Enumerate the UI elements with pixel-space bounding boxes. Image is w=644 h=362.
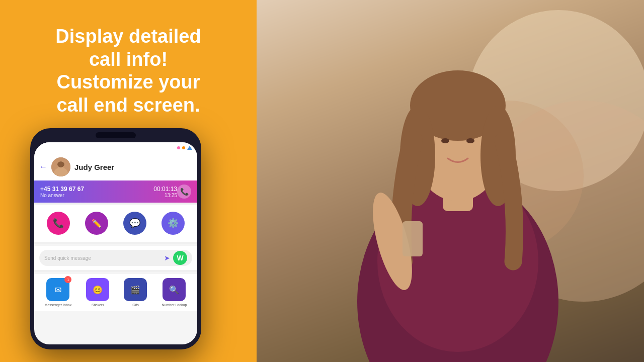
app-item-messenger[interactable]: ✉ 1 Messenger Inbox bbox=[45, 278, 72, 307]
call-status: No answer bbox=[40, 193, 64, 198]
gifs-icon: 🎬 bbox=[130, 285, 140, 295]
lookup-icon-box: 🔍 bbox=[163, 278, 186, 301]
call-icon: 📞 bbox=[53, 218, 64, 229]
headline-line2: call info! bbox=[89, 49, 168, 70]
woman-svg bbox=[257, 0, 644, 362]
back-button[interactable]: ← bbox=[39, 162, 47, 171]
contact-name: Judy Greer bbox=[74, 163, 114, 171]
messenger-badge: 1 bbox=[64, 276, 71, 283]
messenger-icon: ✉ bbox=[55, 285, 61, 295]
phone-outer-frame: ← Judy Greer +45 31 39 67 67 00:01 bbox=[30, 128, 201, 349]
headline-area: Display detailed call info! Customize yo… bbox=[28, 25, 229, 117]
message-icon: 💬 bbox=[129, 218, 140, 229]
stickers-icon-box: 😊 bbox=[86, 278, 109, 301]
app-item-gifs[interactable]: 🎬 Gifs bbox=[124, 278, 147, 307]
quick-message-input-area[interactable]: Send quick message ➤ W bbox=[39, 250, 192, 266]
quick-message-placeholder: Send quick message bbox=[44, 255, 161, 261]
headline-line3: Customize your bbox=[56, 71, 200, 93]
status-dot-pink bbox=[177, 146, 180, 149]
call-duration: 00:01:13 bbox=[153, 186, 177, 193]
lookup-label: Number Lookup bbox=[162, 303, 187, 307]
svg-rect-13 bbox=[403, 221, 423, 256]
messenger-icon-box: ✉ 1 bbox=[46, 278, 69, 301]
settings-icon: ⚙️ bbox=[168, 218, 179, 229]
call-status-row: No answer 13:25 bbox=[40, 193, 177, 198]
call-time: 13:25 bbox=[165, 193, 177, 198]
lookup-icon: 🔍 bbox=[169, 285, 179, 295]
edit-action-button[interactable]: ✏️ bbox=[85, 212, 108, 235]
avatar-image bbox=[51, 157, 70, 176]
status-triangle bbox=[187, 146, 192, 150]
svg-point-10 bbox=[441, 138, 449, 143]
edit-icon: ✏️ bbox=[92, 219, 102, 228]
quick-message-section: Send quick message ➤ W bbox=[34, 246, 197, 270]
call-action-button[interactable]: 📞 bbox=[47, 212, 70, 235]
phone-icon: 📞 bbox=[180, 188, 189, 196]
status-dot-orange bbox=[182, 146, 185, 149]
camera-notch bbox=[96, 132, 136, 138]
headline-line1: Display detailed bbox=[55, 26, 201, 47]
call-top-row: +45 31 39 67 67 00:01:13 bbox=[40, 186, 177, 193]
contact-header: ← Judy Greer bbox=[34, 153, 197, 180]
divider-2 bbox=[34, 242, 197, 244]
status-bar bbox=[34, 142, 197, 153]
contact-avatar bbox=[51, 157, 70, 176]
headline-text: Display detailed call info! Customize yo… bbox=[28, 25, 229, 117]
send-icon[interactable]: ➤ bbox=[164, 254, 170, 262]
call-info-bar: +45 31 39 67 67 00:01:13 No answer 13:25… bbox=[34, 180, 197, 203]
call-details: +45 31 39 67 67 00:01:13 No answer 13:25 bbox=[40, 186, 177, 198]
app-item-lookup[interactable]: 🔍 Number Lookup bbox=[162, 278, 187, 307]
stickers-label: Stickers bbox=[92, 303, 104, 307]
woman-photo bbox=[257, 0, 644, 362]
divider-3 bbox=[34, 270, 197, 272]
call-phone-icon[interactable]: 📞 bbox=[177, 185, 191, 199]
action-buttons-row: 📞 ✏️ 💬 ⚙️ bbox=[34, 205, 197, 242]
app-item-stickers[interactable]: 😊 Stickers bbox=[86, 278, 109, 307]
messenger-label: Messenger Inbox bbox=[45, 303, 72, 307]
phone-screen: ← Judy Greer +45 31 39 67 67 00:01 bbox=[34, 142, 197, 344]
svg-point-16 bbox=[57, 161, 64, 167]
app-grid: ✉ 1 Messenger Inbox 😊 Stickers 🎬 Gifs bbox=[34, 274, 197, 311]
whatsapp-icon[interactable]: W bbox=[173, 251, 187, 265]
call-number: +45 31 39 67 67 bbox=[40, 186, 84, 193]
phone-mockup: ← Judy Greer +45 31 39 67 67 00:01 bbox=[30, 128, 211, 354]
gifs-label: Gifs bbox=[132, 303, 138, 307]
svg-point-11 bbox=[466, 138, 474, 143]
gifs-icon-box: 🎬 bbox=[124, 278, 147, 301]
settings-action-button[interactable]: ⚙️ bbox=[162, 212, 185, 235]
stickers-icon: 😊 bbox=[93, 285, 103, 295]
headline-line4: call end screen. bbox=[56, 95, 200, 116]
message-action-button[interactable]: 💬 bbox=[123, 212, 146, 235]
